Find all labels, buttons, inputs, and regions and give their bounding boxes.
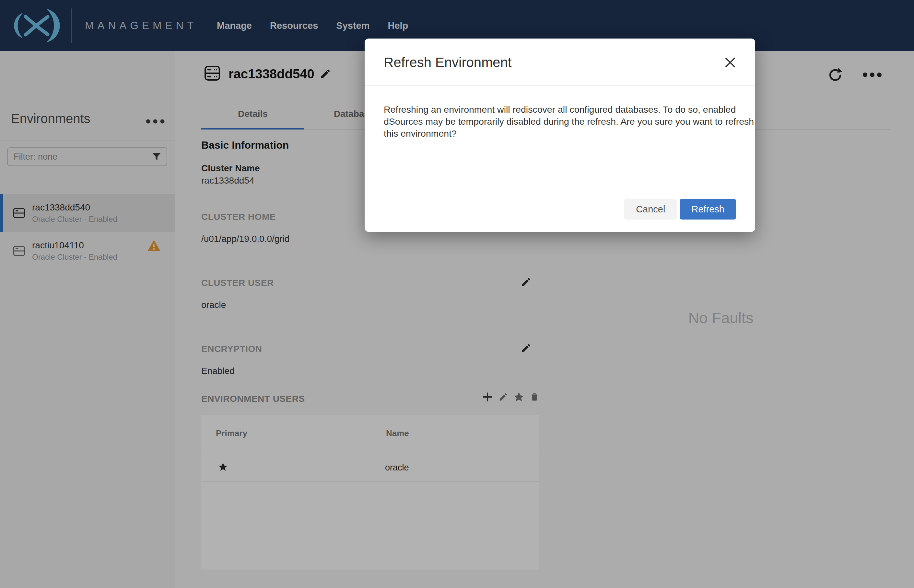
dialog-title: Refresh Environment: [384, 55, 512, 70]
cancel-button[interactable]: Cancel: [624, 199, 677, 220]
dialog-message: Refreshing an environment will rediscove…: [384, 103, 757, 139]
dialog-header: Refresh Environment: [365, 39, 755, 86]
close-icon[interactable]: [723, 56, 737, 69]
dialog-footer: Cancel Refresh: [624, 199, 736, 220]
app-screen: MANAGEMENT Manage Resources System Help …: [0, 0, 914, 588]
refresh-button[interactable]: Refresh: [680, 199, 736, 220]
refresh-environment-dialog: Refresh Environment Refreshing an enviro…: [365, 39, 755, 232]
